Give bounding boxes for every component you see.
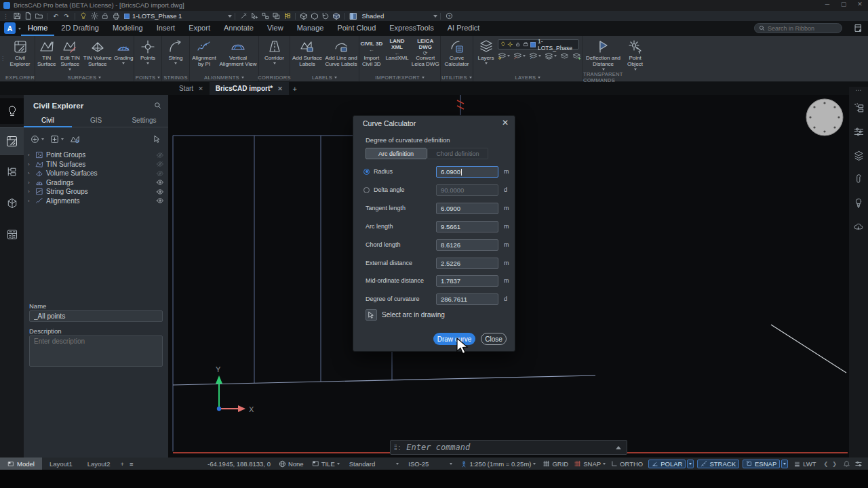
tree-item-tin-surfaces[interactable]: › TIN Surfaces xyxy=(28,160,164,169)
tab-home[interactable]: Home xyxy=(21,21,54,36)
ribbon-search-input[interactable] xyxy=(768,25,835,32)
notifications-icon[interactable] xyxy=(843,460,850,468)
ribbon-search[interactable] xyxy=(754,23,842,33)
current-layer-selector[interactable]: 1-LOTS_Phase 1 xyxy=(121,12,184,20)
clip-display-icon[interactable] xyxy=(271,12,281,20)
select-in-drawing-icon[interactable] xyxy=(153,135,161,143)
deflection-distance-button[interactable]: Deflection and Distance xyxy=(586,38,621,70)
view-top-icon[interactable] xyxy=(299,12,309,20)
arc-definition-tab[interactable]: Arc definition xyxy=(366,148,427,159)
dim-style-indicator[interactable]: ISO-25 xyxy=(408,460,452,468)
application-button[interactable]: A xyxy=(4,22,16,34)
open-icon[interactable] xyxy=(34,12,43,20)
import-item-button[interactable] xyxy=(50,135,59,144)
landxml-button[interactable]: LAND XML← LandXML xyxy=(384,38,410,62)
visual-style-selector[interactable]: Shaded xyxy=(359,12,433,20)
minimize-button[interactable]: ─ xyxy=(819,1,835,7)
tab-2d-drafting[interactable]: 2D Drafting xyxy=(54,21,106,36)
panel-search-icon[interactable] xyxy=(154,102,161,109)
ucs-indicator[interactable]: None xyxy=(279,460,304,468)
layout-list-button[interactable]: ≡ xyxy=(127,458,136,470)
layer-merge-icon[interactable] xyxy=(560,52,569,60)
dropdown-caret[interactable] xyxy=(122,62,125,64)
add-item-caret[interactable] xyxy=(41,138,44,140)
civil-explorer-button[interactable]: Civil Explorer xyxy=(7,38,34,67)
view-iso-icon[interactable] xyxy=(310,12,319,20)
dropdown-caret[interactable] xyxy=(273,62,276,64)
snap-toggle[interactable]: SNAP xyxy=(574,460,606,468)
close-button[interactable]: ✕ xyxy=(852,1,868,7)
cloud-panel-icon[interactable] xyxy=(849,215,868,239)
polar-caret[interactable] xyxy=(687,460,694,468)
surface-from-drawing-button[interactable] xyxy=(70,135,80,144)
dropdown-caret[interactable] xyxy=(602,68,605,70)
points-button[interactable]: Points xyxy=(136,38,160,64)
degree-of-curvature-input[interactable]: 286.7611 xyxy=(436,293,498,305)
match-properties-icon[interactable] xyxy=(239,12,248,20)
visibility-on-icon[interactable] xyxy=(156,197,164,204)
visibility-on-icon[interactable] xyxy=(156,179,164,186)
render-icon[interactable] xyxy=(332,12,341,20)
layer-dropdown-caret[interactable] xyxy=(228,15,232,18)
import-civil3d-button[interactable]: CIVIL 3D← Import Civil 3D xyxy=(359,38,384,67)
layer-isolate-icon[interactable] xyxy=(498,52,510,60)
status-next-button[interactable]: ❯ xyxy=(830,461,839,467)
tree-item-gradings[interactable]: › Gradings xyxy=(28,178,164,188)
close-tab-icon[interactable]: ✕ xyxy=(198,85,203,92)
plot-icon[interactable] xyxy=(111,12,121,20)
external-distance-input[interactable]: 2.5226 xyxy=(436,258,498,269)
expand-caret[interactable]: › xyxy=(28,170,33,176)
expand-caret[interactable]: › xyxy=(28,152,33,158)
delta-angle-input[interactable]: 90.0000 xyxy=(436,184,498,196)
status-prev-button[interactable]: ❮ xyxy=(822,461,831,467)
command-history-toggle[interactable] xyxy=(616,446,621,449)
close-tab-icon[interactable]: ✕ xyxy=(277,85,283,92)
string-button[interactable]: String xyxy=(163,38,188,64)
strack-toggle[interactable]: STRACK xyxy=(697,460,739,468)
dropdown-caret[interactable] xyxy=(68,68,71,70)
add-line-curve-labels-button[interactable]: Add Line and Curve Labels xyxy=(324,38,358,67)
panel-tab-gis[interactable]: GIS xyxy=(72,115,120,127)
layer-freeze-tool-icon[interactable] xyxy=(529,52,541,60)
panel-overflow-dots[interactable]: ⋯ xyxy=(856,87,862,96)
description-input[interactable] xyxy=(29,336,163,367)
layer-off-icon[interactable] xyxy=(513,52,526,60)
layers-button[interactable]: Layers xyxy=(475,38,497,64)
layers-panel-icon[interactable] xyxy=(849,144,868,167)
layout1-tab[interactable]: Layout1 xyxy=(42,458,80,470)
layer-new-icon[interactable] xyxy=(572,52,581,60)
visibility-off-icon[interactable] xyxy=(156,161,164,167)
chord-definition-tab[interactable]: Chord definition xyxy=(427,148,488,159)
tangent-length-input[interactable]: 6.0900 xyxy=(436,203,498,214)
tab-modeling[interactable]: Modeling xyxy=(106,21,150,36)
command-line[interactable]: ⁞⁞ : Enter command xyxy=(390,440,627,455)
name-input[interactable] xyxy=(29,310,163,322)
coordinates-readout[interactable]: -64.1945, 188.8133, 0 xyxy=(208,460,271,468)
chord-length-input[interactable]: 8.6126 xyxy=(436,239,498,251)
polar-toggle[interactable]: POLAR xyxy=(648,460,686,468)
components-panel-icon[interactable] xyxy=(0,190,24,216)
tab-point-cloud[interactable]: Point Cloud xyxy=(330,21,382,36)
attachments-panel-icon[interactable] xyxy=(849,167,868,191)
select-arc-button[interactable] xyxy=(366,309,377,321)
undo-icon[interactable]: ↶ xyxy=(51,12,60,20)
tab-expresstools[interactable]: ExpressTools xyxy=(382,21,440,36)
layer-on-icon[interactable] xyxy=(79,12,88,20)
arc-length-input[interactable]: 9.5661 xyxy=(436,221,498,232)
tin-volume-surface-button[interactable]: TIN Volume Surface xyxy=(82,38,113,67)
tree-item-string-groups[interactable]: › String Groups xyxy=(28,187,164,197)
visual-style-caret[interactable] xyxy=(433,15,437,18)
alignment-by-pi-button[interactable]: Alignment by PI xyxy=(191,38,218,67)
select-similar-icon[interactable] xyxy=(250,12,259,20)
mid-ordinate-distance-input[interactable]: 1.7837 xyxy=(436,275,498,287)
esnap-caret[interactable] xyxy=(781,460,788,468)
tips-panel-icon[interactable] xyxy=(0,98,24,124)
help-icon[interactable]: ? xyxy=(444,12,454,20)
tree-item-alignments[interactable]: › Alignments xyxy=(28,197,164,206)
lookfrom-widget[interactable] xyxy=(806,99,843,136)
status-settings-icon[interactable] xyxy=(854,460,863,468)
grid-toggle[interactable]: GRID xyxy=(542,460,568,468)
vertical-alignment-view-button[interactable]: Vertical Alignment View xyxy=(218,38,258,67)
maximize-button[interactable]: ▢ xyxy=(835,1,852,7)
new-tab-button[interactable]: + xyxy=(289,82,301,95)
